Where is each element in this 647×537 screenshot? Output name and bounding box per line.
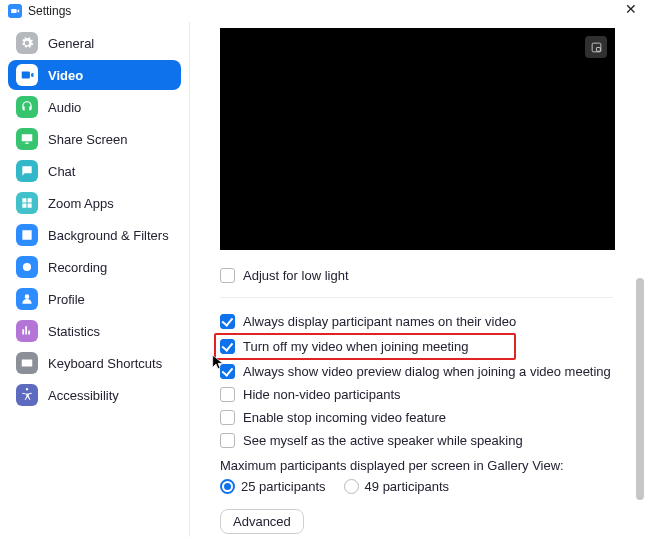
checkbox-stop-incoming[interactable]: Enable stop incoming video feature: [220, 406, 613, 429]
sidebar-item-label: Zoom Apps: [48, 196, 114, 211]
checkbox-always-show-preview[interactable]: Always show video preview dialog when jo…: [220, 360, 613, 383]
checkbox-box: [220, 339, 235, 354]
sidebar-item-audio[interactable]: Audio: [8, 92, 181, 122]
apps-icon: [16, 192, 38, 214]
checkbox-label: Turn off my video when joining meeting: [243, 339, 468, 354]
sidebar-item-label: Statistics: [48, 324, 100, 339]
content-area: Adjust for low light Always display part…: [190, 22, 647, 537]
screen-icon: [16, 128, 38, 150]
sidebar: General Video Audio Share Screen Chat: [0, 22, 190, 537]
sidebar-item-label: Recording: [48, 260, 107, 275]
sidebar-item-label: Chat: [48, 164, 75, 179]
scrollbar-thumb[interactable]: [636, 278, 644, 500]
radio-dot: [344, 479, 359, 494]
checkbox-label: Hide non-video participants: [243, 387, 401, 402]
sidebar-item-label: Keyboard Shortcuts: [48, 356, 162, 371]
sidebar-item-label: Share Screen: [48, 132, 128, 147]
chat-icon: [16, 160, 38, 182]
keyboard-icon: [16, 352, 38, 374]
profile-icon: [16, 288, 38, 310]
svg-rect-2: [596, 47, 600, 51]
radio-49-participants[interactable]: 49 participants: [344, 479, 450, 494]
checkbox-adjust-low-light[interactable]: Adjust for low light: [220, 264, 613, 287]
gallery-radio-group: 25 participants 49 participants: [220, 477, 613, 494]
checkbox-box: [220, 268, 235, 283]
sidebar-item-label: Video: [48, 68, 83, 83]
highlight-annotation: Turn off my video when joining meeting: [214, 333, 516, 360]
stats-icon: [16, 320, 38, 342]
checkbox-always-display-names[interactable]: Always display participant names on thei…: [220, 310, 613, 333]
checkbox-hide-nonvideo[interactable]: Hide non-video participants: [220, 383, 613, 406]
svg-point-0: [23, 263, 31, 271]
sidebar-item-label: Background & Filters: [48, 228, 169, 243]
expand-preview-button[interactable]: [585, 36, 607, 58]
accessibility-icon: [16, 384, 38, 406]
checkbox-see-myself-active[interactable]: See myself as the active speaker while s…: [220, 429, 613, 452]
checkbox-label: Adjust for low light: [243, 268, 349, 283]
sidebar-item-recording[interactable]: Recording: [8, 252, 181, 282]
window-title: Settings: [28, 4, 71, 18]
app-icon: [8, 4, 22, 18]
checkbox-label: See myself as the active speaker while s…: [243, 433, 523, 448]
titlebar: Settings ✕: [0, 0, 647, 22]
sidebar-item-profile[interactable]: Profile: [8, 284, 181, 314]
checkbox-box: [220, 314, 235, 329]
sidebar-item-label: Audio: [48, 100, 81, 115]
scrollbar[interactable]: [636, 22, 644, 537]
background-filters-icon: [16, 224, 38, 246]
checkbox-box: [220, 364, 235, 379]
gear-icon: [16, 32, 38, 54]
checkbox-box: [220, 410, 235, 425]
close-button[interactable]: ✕: [623, 2, 639, 18]
camera-icon: [16, 64, 38, 86]
sidebar-item-label: General: [48, 36, 94, 51]
sidebar-item-share-screen[interactable]: Share Screen: [8, 124, 181, 154]
checkbox-box: [220, 433, 235, 448]
sidebar-item-statistics[interactable]: Statistics: [8, 316, 181, 346]
sidebar-item-label: Profile: [48, 292, 85, 307]
sidebar-item-label: Accessibility: [48, 388, 119, 403]
radio-label: 49 participants: [365, 479, 450, 494]
record-icon: [16, 256, 38, 278]
radio-25-participants[interactable]: 25 participants: [220, 479, 326, 494]
divider: [220, 297, 613, 298]
sidebar-item-chat[interactable]: Chat: [8, 156, 181, 186]
sidebar-item-general[interactable]: General: [8, 28, 181, 58]
gallery-caption: Maximum participants displayed per scree…: [220, 452, 613, 477]
advanced-button[interactable]: Advanced: [220, 509, 304, 534]
sidebar-item-zoom-apps[interactable]: Zoom Apps: [8, 188, 181, 218]
checkbox-turn-off-video-joining[interactable]: Turn off my video when joining meeting: [220, 337, 510, 356]
sidebar-item-background-filters[interactable]: Background & Filters: [8, 220, 181, 250]
video-preview: [220, 28, 615, 250]
sidebar-item-keyboard-shortcuts[interactable]: Keyboard Shortcuts: [8, 348, 181, 378]
sidebar-item-accessibility[interactable]: Accessibility: [8, 380, 181, 410]
checkbox-label: Always display participant names on thei…: [243, 314, 516, 329]
radio-label: 25 participants: [241, 479, 326, 494]
checkbox-label: Always show video preview dialog when jo…: [243, 364, 611, 379]
radio-dot: [220, 479, 235, 494]
sidebar-item-video[interactable]: Video: [8, 60, 181, 90]
checkbox-box: [220, 387, 235, 402]
checkbox-label: Enable stop incoming video feature: [243, 410, 446, 425]
headset-icon: [16, 96, 38, 118]
